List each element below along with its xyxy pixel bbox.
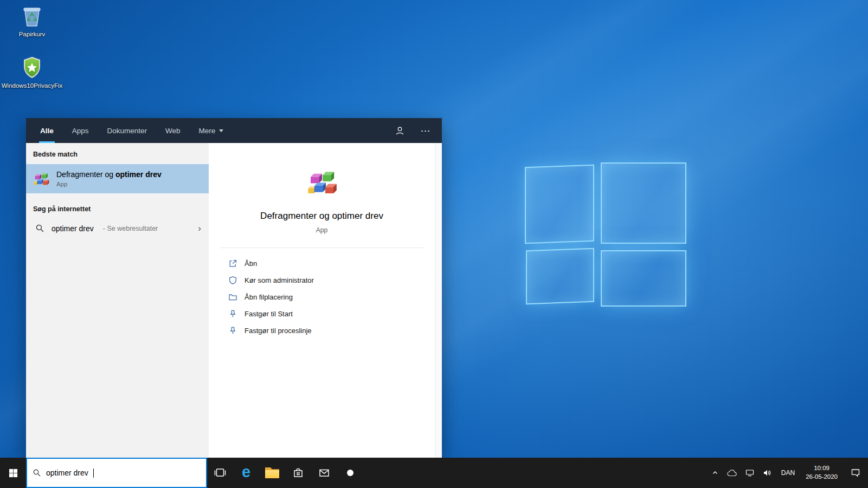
pin-icon (228, 309, 237, 318)
best-match-text: Defragmenter og optimer drev App (56, 170, 162, 188)
action-label: Fastgør til Start (245, 310, 293, 318)
shield-icon (228, 276, 237, 285)
detail-actions: Åbn Kør som administrator Åbn filplaceri… (209, 248, 435, 339)
detail-type: App (316, 226, 327, 234)
action-label: Åbn (245, 259, 257, 268)
system-tray: DAN 10:09 26-05-2020 (708, 458, 868, 488)
tab-apps[interactable]: Apps (72, 118, 89, 143)
taskbar: optimer drev e (0, 458, 868, 488)
mail-button[interactable] (311, 458, 337, 488)
mail-icon (318, 466, 331, 479)
clock-time: 10:09 (814, 464, 830, 473)
title-bold: optimer drev (115, 170, 162, 179)
search-flyout: Alle Apps Dokumenter Web Mere … (26, 118, 442, 458)
search-results-list: Bedste match Defragmenter og optimer dre… (26, 143, 209, 458)
search-icon (33, 469, 41, 477)
tab-label: Dokumenter (107, 127, 147, 135)
tab-label: Alle (40, 127, 54, 135)
action-pin-to-taskbar[interactable]: Fastgør til proceslinje (228, 322, 435, 339)
tab-label: Mere (199, 127, 216, 135)
network-icon (745, 469, 754, 477)
windows-flag-icon (9, 469, 18, 478)
taskbar-clock[interactable]: 10:09 26-05-2020 (800, 458, 843, 488)
windows-desktop: Papirkurv Windows10PrivacyFix Alle Apps … (0, 0, 868, 488)
search-tabs: Alle Apps Dokumenter Web Mere (40, 118, 223, 143)
text-cursor (93, 469, 94, 478)
volume-button[interactable] (758, 458, 776, 488)
account-icon[interactable] (395, 126, 405, 136)
tab-dokumenter[interactable]: Dokumenter (107, 118, 147, 143)
web-query: optimer drev (52, 224, 94, 233)
hidden-icons-button[interactable] (708, 458, 723, 488)
desktop-icon-label: Windows10PrivacyFix (2, 82, 62, 89)
action-center-icon (851, 468, 860, 478)
office-icon (344, 466, 357, 479)
more-options-button[interactable]: … (420, 126, 431, 135)
search-text: optimer drev (46, 469, 88, 477)
desktop-icon-recycle-bin[interactable]: Papirkurv (2, 4, 62, 37)
search-header-right: … (395, 126, 431, 136)
action-open-file-location[interactable]: Åbn filplacering (228, 289, 435, 305)
cloud-icon (727, 469, 737, 477)
windows-logo-pane (526, 248, 594, 304)
desktop-icon-label: Papirkurv (19, 31, 46, 37)
title-regular: Defragmenter og (56, 170, 115, 179)
task-view-icon (214, 466, 227, 479)
folder-icon (265, 467, 279, 478)
search-icon (35, 224, 44, 233)
detail-title: Defragmenter og optimer drev (260, 211, 383, 222)
windows-logo-pane (525, 165, 594, 244)
tab-mere[interactable]: Mere (199, 118, 224, 143)
office-button[interactable] (337, 458, 363, 488)
network-button[interactable] (741, 458, 758, 488)
best-match-type: App (56, 181, 162, 187)
tab-web[interactable]: Web (165, 118, 181, 143)
language-indicator[interactable]: DAN (776, 458, 800, 488)
recycle-bin-icon (20, 4, 44, 28)
windows-logo-pane (601, 162, 686, 244)
action-pin-to-start[interactable]: Fastgør til Start (228, 305, 435, 322)
folder-icon (228, 292, 237, 302)
windows-logo-pane (601, 250, 686, 307)
store-icon (292, 466, 305, 479)
action-label: Kør som administrator (245, 276, 314, 284)
task-view-button[interactable] (207, 458, 233, 488)
start-button[interactable] (0, 458, 26, 488)
web-search-suggestion[interactable]: optimer drev - Se webresultater › (26, 219, 209, 238)
onedrive-button[interactable] (723, 458, 741, 488)
edge-icon: e (242, 464, 250, 480)
best-match-result[interactable]: Defragmenter og optimer drev App (26, 164, 209, 193)
defrag-app-icon-large (307, 167, 337, 197)
search-body: Bedste match Defragmenter og optimer dre… (26, 143, 442, 458)
scrollbar[interactable] (435, 143, 442, 458)
web-hint: - Se webresultater (103, 225, 158, 232)
chevron-right-icon[interactable]: › (198, 223, 203, 234)
volume-icon (763, 469, 771, 477)
tab-label: Web (165, 127, 181, 135)
edge-button[interactable]: e (233, 458, 259, 488)
result-detail-pane: Defragmenter og optimer drev App Åbn Kør… (209, 143, 435, 458)
search-header: Alle Apps Dokumenter Web Mere … (26, 118, 442, 143)
caret-down-icon (219, 129, 223, 132)
shield-icon (20, 56, 44, 80)
web-search-section-label: Søg på internettet (33, 205, 201, 213)
defrag-app-icon (33, 171, 49, 187)
file-explorer-button[interactable] (259, 458, 285, 488)
pin-icon (228, 326, 237, 335)
clock-date: 26-05-2020 (806, 473, 838, 482)
windows-logo (524, 162, 685, 304)
action-label: Fastgør til proceslinje (245, 327, 312, 335)
best-match-section-label: Bedste match (33, 151, 201, 158)
action-center-button[interactable] (843, 458, 868, 488)
action-open[interactable]: Åbn (228, 255, 435, 272)
best-match-title: Defragmenter og optimer drev (56, 170, 162, 180)
open-icon (228, 259, 237, 268)
action-run-as-admin[interactable]: Kør som administrator (228, 272, 435, 289)
chevron-up-icon (712, 470, 718, 476)
desktop-icon-privacy-fix[interactable]: Windows10PrivacyFix (2, 56, 62, 89)
tab-alle[interactable]: Alle (40, 118, 54, 143)
action-label: Åbn filplacering (245, 293, 293, 301)
taskbar-search-input[interactable]: optimer drev (26, 458, 207, 488)
store-button[interactable] (285, 458, 311, 488)
tab-label: Apps (72, 127, 89, 135)
